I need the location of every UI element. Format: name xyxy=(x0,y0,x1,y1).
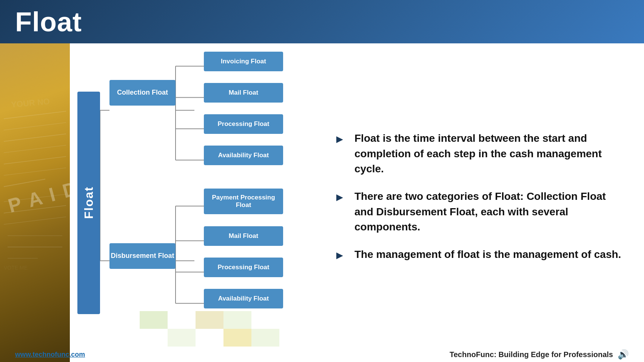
svg-text:VOTE ME: VOTE ME xyxy=(4,265,28,271)
svg-line-5 xyxy=(4,168,66,175)
bullet-arrow-2: ► xyxy=(334,190,348,204)
deco-cell-2 xyxy=(168,311,196,329)
left-image: P A I D YOUR NO VOTE ME xyxy=(0,43,70,362)
sub-mail-float-1: Mail Float xyxy=(204,83,283,103)
sub-payment-processing-float: Payment Processing Float xyxy=(204,189,283,214)
image-lines-decoration: YOUR NO VOTE ME xyxy=(0,43,70,330)
disbursement-float-label: Disbursement Float xyxy=(111,252,174,260)
bullet-item-3: ► The management of float is the managem… xyxy=(334,247,621,262)
bottom-decoration xyxy=(140,311,279,347)
bullet-item-2: ► There are two categories of Float: Col… xyxy=(334,189,621,235)
footer-brand: TechnoFunc: Building Edge for Profession… xyxy=(450,350,613,359)
sub-mail-float-2: Mail Float xyxy=(204,226,283,246)
category-collection-float: Collection Float xyxy=(109,80,176,106)
sub-processing-float-1: Processing Float xyxy=(204,114,283,134)
svg-line-7 xyxy=(4,194,66,202)
bullet-arrow-1: ► xyxy=(334,132,348,146)
svg-line-2 xyxy=(4,134,66,141)
svg-line-1 xyxy=(4,123,66,130)
collection-float-label: Collection Float xyxy=(117,88,168,97)
header: Float xyxy=(0,0,644,43)
category-disbursement-float: Disbursement Float xyxy=(109,243,176,269)
float-root-box: Float xyxy=(77,92,100,314)
sub-invoicing-float: Invoicing Float xyxy=(204,52,283,71)
bullet-item-1: ► Float is the time interval between the… xyxy=(334,131,621,177)
sub-availability-float-1: Availability Float xyxy=(204,146,283,165)
page-title: Float xyxy=(15,6,82,37)
bullet-arrow-3: ► xyxy=(334,248,348,262)
deco-cell-3 xyxy=(196,311,223,329)
float-root-label: Float xyxy=(82,186,96,219)
svg-line-9 xyxy=(4,217,66,224)
right-content-area: ► Float is the time interval between the… xyxy=(311,43,644,362)
deco-cell-4 xyxy=(223,311,251,329)
svg-line-4 xyxy=(4,156,66,164)
deco-cell-7 xyxy=(168,329,196,347)
bullet-text-3: The management of float is the managemen… xyxy=(354,247,621,262)
svg-line-8 xyxy=(4,206,66,213)
deco-cell-9 xyxy=(223,329,251,347)
svg-line-3 xyxy=(4,145,66,153)
speaker-icon: 🔊 xyxy=(618,349,629,360)
diagram-area: Float Collection Float Disbursement Floa… xyxy=(70,43,311,362)
sub-processing-float-2: Processing Float xyxy=(204,258,283,277)
bullet-text-1: Float is the time interval between the s… xyxy=(354,131,621,177)
deco-cell-6 xyxy=(140,329,168,347)
deco-cell-10 xyxy=(251,329,279,347)
bullet-text-2: There are two categories of Float: Colle… xyxy=(354,189,621,235)
footer: www.technofunc.com TechnoFunc: Building … xyxy=(0,347,644,362)
sub-availability-float-2: Availability Float xyxy=(204,289,283,308)
svg-line-0 xyxy=(4,111,66,119)
footer-link[interactable]: www.technofunc.com xyxy=(15,351,85,359)
deco-cell-5 xyxy=(251,311,279,329)
deco-cell-1 xyxy=(140,311,168,329)
svg-text:YOUR NO: YOUR NO xyxy=(11,97,50,109)
main-content: P A I D YOUR NO VOTE ME xyxy=(0,43,644,362)
image-inner: P A I D YOUR NO VOTE ME xyxy=(0,43,70,362)
svg-line-6 xyxy=(4,179,45,187)
deco-cell-8 xyxy=(196,329,223,347)
